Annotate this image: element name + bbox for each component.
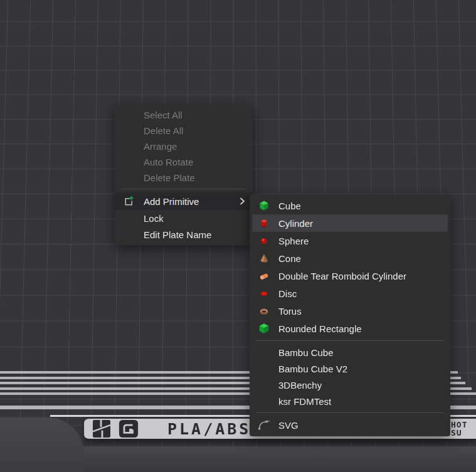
submenu-item-cone[interactable]: Cone [250,249,450,267]
submenu-item-disc[interactable]: Disc [250,285,450,302]
submenu-item-double-tear-romboid-cylinder[interactable]: Double Tear Romboid Cylinder [250,267,450,285]
submenu-item-cube[interactable]: Cube [250,197,450,214]
cylinder-icon [258,217,270,229]
menu-item-delete-plate[interactable]: Delete Plate [115,170,253,186]
menu-separator [256,340,444,341]
submenu-item-rounded-rectangle[interactable]: Rounded Rectangle [250,320,450,337]
hot-surface-warning-text: HOT SU [451,421,476,437]
submenu-item-sphere[interactable]: Sphere [250,232,450,249]
rounded-rectangle-icon [258,322,270,335]
chevron-right-icon [239,197,245,206]
submenu-item-bambu-cube-v2[interactable]: Bambu Cube V2 [250,360,450,377]
double-tear-romboid-cylinder-icon [258,270,270,282]
menu-separator [256,412,444,413]
menu-item-add-primitive[interactable]: Add Primitive [115,192,253,210]
viewport-3d[interactable]: PLA/ABS/PETG HOT SU Select All Delete Al… [0,0,476,472]
menu-item-select-all[interactable]: Select All [115,107,253,123]
submenu-item-cylinder[interactable]: Cylinder [252,214,448,232]
submenu-item-3dbenchy[interactable]: 3DBenchy [250,377,450,393]
app-window: { "colors": { "plate_background": "#3535… [0,0,476,472]
submenu-item-bambu-cube[interactable]: Bambu Cube [250,344,450,360]
menu-item-arrange[interactable]: Arrange [115,139,253,154]
add-primitive-submenu: Cube Cylinder Sphere [250,194,450,436]
menu-separator [121,189,246,189]
submenu-item-ksr-fdmtest[interactable]: ksr FDMTest [250,393,450,409]
disc-icon [258,287,270,300]
cone-icon [258,252,270,265]
bezier-curve-icon [258,419,270,431]
submenu-item-svg[interactable]: SVG [250,416,450,434]
plate-type-logo-icon [119,420,139,438]
bambu-logo-icon [92,420,111,438]
menu-item-lock[interactable]: Lock [115,210,253,226]
cube-icon [258,199,270,212]
sphere-icon [258,234,270,247]
menu-item-delete-all[interactable]: Delete All [115,123,253,139]
menu-item-auto-rotate[interactable]: Auto Rotate [115,154,253,170]
torus-icon [258,305,270,317]
menu-item-edit-plate-name[interactable]: Edit Plate Name [115,226,253,243]
submenu-item-torus[interactable]: Torus [250,302,450,320]
add-primitive-icon [122,195,135,207]
plate-context-menu: Select All Delete All Arrange Auto Rotat… [115,105,253,245]
